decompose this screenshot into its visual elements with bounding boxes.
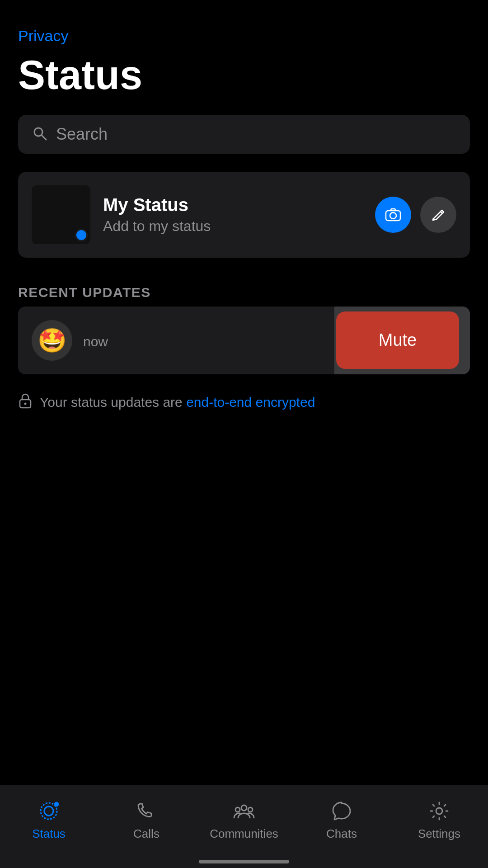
nav-item-communities[interactable]: Communities: [203, 794, 285, 845]
status-item-info: now: [83, 331, 321, 349]
camera-button[interactable]: [375, 197, 411, 233]
encryption-text: Your status updates are end-to-end encry…: [40, 395, 315, 410]
privacy-link[interactable]: Privacy: [18, 27, 68, 45]
chats-nav-icon: [329, 799, 354, 823]
status-item-wrap[interactable]: 🤩 now Mute: [18, 307, 470, 374]
search-input-placeholder: Search: [56, 125, 108, 144]
page-container: Privacy Status Search My Status Add to m…: [0, 0, 488, 868]
svg-point-6: [44, 807, 53, 816]
nav-item-chats[interactable]: Chats: [301, 794, 382, 845]
page-title: Status: [18, 54, 470, 97]
status-blue-dot: [75, 229, 88, 241]
status-item-avatar: 🤩: [32, 320, 72, 361]
svg-point-12: [436, 808, 442, 814]
search-container: Search: [0, 106, 488, 167]
mute-btn-container: Mute: [325, 307, 470, 374]
search-bar[interactable]: Search: [18, 115, 470, 154]
svg-line-1: [42, 135, 46, 140]
nav-label-chats: Chats: [326, 827, 357, 841]
svg-point-3: [390, 212, 396, 219]
encryption-link[interactable]: end-to-end encrypted: [186, 395, 315, 410]
status-item-time: now: [83, 334, 321, 349]
my-status-card[interactable]: My Status Add to my status: [18, 172, 470, 258]
svg-point-11: [248, 807, 253, 812]
nav-item-settings[interactable]: Settings: [399, 794, 480, 845]
mute-button[interactable]: Mute: [336, 311, 459, 369]
nav-label-settings: Settings: [418, 827, 460, 841]
svg-point-8: [54, 802, 59, 807]
encryption-notice: Your status updates are end-to-end encry…: [0, 374, 488, 430]
home-indicator: [199, 860, 289, 863]
mute-button-label: Mute: [379, 330, 417, 350]
status-actions: [375, 197, 456, 233]
nav-label-communities: Communities: [210, 827, 278, 841]
header: Privacy Status: [0, 0, 488, 106]
my-status-avatar: [32, 185, 90, 244]
nav-item-status[interactable]: Status: [8, 794, 89, 845]
search-icon: [32, 125, 48, 143]
status-item-emoji: 🤩: [38, 329, 67, 352]
svg-point-10: [235, 807, 240, 812]
nav-label-calls: Calls: [133, 827, 160, 841]
communities-nav-icon: [232, 799, 256, 823]
nav-item-calls[interactable]: Calls: [106, 794, 187, 845]
svg-point-9: [241, 805, 247, 811]
my-status-info: My Status Add to my status: [103, 195, 362, 235]
settings-nav-icon: [427, 799, 451, 823]
status-item[interactable]: 🤩 now: [18, 307, 334, 374]
bottom-nav: Status Calls Co: [0, 785, 488, 868]
nav-label-status: Status: [32, 827, 66, 841]
my-status-subtitle: Add to my status: [103, 218, 362, 235]
calls-nav-icon: [134, 799, 159, 823]
recent-updates-label: RECENT UPDATES: [0, 267, 488, 307]
pencil-button[interactable]: [420, 197, 456, 233]
lock-icon: [18, 392, 33, 412]
svg-point-5: [24, 402, 27, 405]
my-status-name: My Status: [103, 195, 362, 215]
status-nav-icon: [37, 799, 61, 823]
